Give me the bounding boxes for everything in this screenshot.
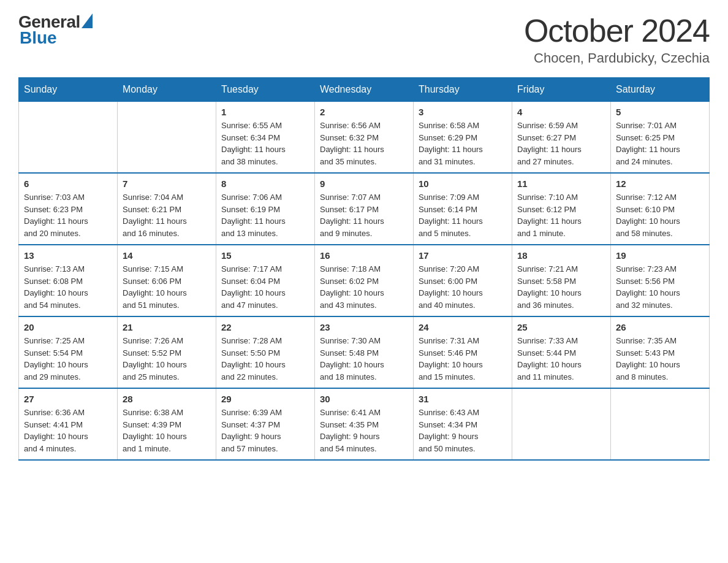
- day-info: Sunrise: 7:10 AM Sunset: 6:12 PM Dayligh…: [517, 191, 605, 239]
- day-info: Sunrise: 6:36 AM Sunset: 4:41 PM Dayligh…: [24, 407, 112, 454]
- day-number: 5: [616, 107, 704, 117]
- calendar-cell: 27Sunrise: 6:36 AM Sunset: 4:41 PM Dayli…: [19, 388, 118, 460]
- header-day-friday: Friday: [512, 78, 611, 102]
- day-number: 1: [221, 107, 309, 117]
- calendar-cell: 31Sunrise: 6:43 AM Sunset: 4:34 PM Dayli…: [414, 388, 512, 460]
- calendar-cell: 6Sunrise: 7:03 AM Sunset: 6:23 PM Daylig…: [19, 173, 118, 245]
- calendar-cell: 29Sunrise: 6:39 AM Sunset: 4:37 PM Dayli…: [216, 388, 315, 460]
- header-day-sunday: Sunday: [19, 78, 118, 102]
- calendar-cell: [512, 388, 611, 460]
- calendar-cell: 12Sunrise: 7:12 AM Sunset: 6:10 PM Dayli…: [611, 173, 710, 245]
- calendar-cell: 19Sunrise: 7:23 AM Sunset: 5:56 PM Dayli…: [611, 245, 710, 316]
- calendar-cell: 28Sunrise: 6:38 AM Sunset: 4:39 PM Dayli…: [118, 388, 216, 460]
- calendar-cell: 16Sunrise: 7:18 AM Sunset: 6:02 PM Dayli…: [315, 245, 414, 316]
- logo-triangle-icon: [82, 13, 93, 31]
- day-info: Sunrise: 6:43 AM Sunset: 4:34 PM Dayligh…: [419, 407, 507, 454]
- calendar-cell: 14Sunrise: 7:15 AM Sunset: 6:06 PM Dayli…: [118, 245, 216, 316]
- title-block: October 2024 Chocen, Pardubicky, Czechia: [524, 12, 710, 66]
- calendar-cell: 11Sunrise: 7:10 AM Sunset: 6:12 PM Dayli…: [512, 173, 611, 245]
- day-number: 25: [517, 322, 605, 332]
- calendar-cell: 25Sunrise: 7:33 AM Sunset: 5:44 PM Dayli…: [512, 316, 611, 388]
- day-info: Sunrise: 7:26 AM Sunset: 5:52 PM Dayligh…: [123, 335, 211, 383]
- day-number: 2: [320, 107, 408, 117]
- week-row-1: 1Sunrise: 6:55 AM Sunset: 6:34 PM Daylig…: [19, 102, 710, 174]
- svg-marker-0: [82, 13, 93, 28]
- day-number: 27: [24, 394, 112, 404]
- calendar-cell: 7Sunrise: 7:04 AM Sunset: 6:21 PM Daylig…: [118, 173, 216, 245]
- day-info: Sunrise: 7:07 AM Sunset: 6:17 PM Dayligh…: [320, 191, 408, 239]
- calendar-cell: 10Sunrise: 7:09 AM Sunset: 6:14 PM Dayli…: [414, 173, 512, 245]
- day-info: Sunrise: 6:38 AM Sunset: 4:39 PM Dayligh…: [123, 407, 211, 454]
- calendar-cell: 23Sunrise: 7:30 AM Sunset: 5:48 PM Dayli…: [315, 316, 414, 388]
- day-info: Sunrise: 7:33 AM Sunset: 5:44 PM Dayligh…: [517, 335, 605, 383]
- day-number: 28: [123, 394, 211, 404]
- day-info: Sunrise: 6:56 AM Sunset: 6:32 PM Dayligh…: [320, 120, 408, 167]
- day-info: Sunrise: 7:15 AM Sunset: 6:06 PM Dayligh…: [123, 263, 211, 311]
- day-info: Sunrise: 7:25 AM Sunset: 5:54 PM Dayligh…: [24, 335, 112, 383]
- day-info: Sunrise: 7:09 AM Sunset: 6:14 PM Dayligh…: [419, 191, 507, 239]
- header-day-saturday: Saturday: [611, 78, 710, 102]
- page-header: General Blue October 2024 Chocen, Pardub…: [18, 12, 710, 66]
- page-title: October 2024: [524, 12, 710, 49]
- day-info: Sunrise: 6:58 AM Sunset: 6:29 PM Dayligh…: [419, 120, 507, 167]
- day-number: 29: [221, 394, 309, 404]
- logo: General Blue: [18, 12, 93, 48]
- day-info: Sunrise: 6:55 AM Sunset: 6:34 PM Dayligh…: [221, 120, 309, 167]
- calendar-cell: 5Sunrise: 7:01 AM Sunset: 6:25 PM Daylig…: [611, 102, 710, 174]
- header-day-thursday: Thursday: [414, 78, 512, 102]
- day-number: 12: [616, 178, 704, 189]
- day-number: 9: [320, 178, 408, 189]
- day-number: 22: [221, 322, 309, 332]
- day-number: 20: [24, 322, 112, 332]
- day-info: Sunrise: 7:30 AM Sunset: 5:48 PM Dayligh…: [320, 335, 408, 383]
- day-info: Sunrise: 7:01 AM Sunset: 6:25 PM Dayligh…: [616, 120, 704, 167]
- day-number: 31: [419, 394, 507, 404]
- calendar-cell: 1Sunrise: 6:55 AM Sunset: 6:34 PM Daylig…: [216, 102, 315, 174]
- calendar-cell: 22Sunrise: 7:28 AM Sunset: 5:50 PM Dayli…: [216, 316, 315, 388]
- calendar-cell: 17Sunrise: 7:20 AM Sunset: 6:00 PM Dayli…: [414, 245, 512, 316]
- day-info: Sunrise: 6:41 AM Sunset: 4:35 PM Dayligh…: [320, 407, 408, 454]
- calendar-cell: [611, 388, 710, 460]
- calendar-cell: 9Sunrise: 7:07 AM Sunset: 6:17 PM Daylig…: [315, 173, 414, 245]
- header-row: SundayMondayTuesdayWednesdayThursdayFrid…: [19, 78, 710, 102]
- day-info: Sunrise: 7:23 AM Sunset: 5:56 PM Dayligh…: [616, 263, 704, 311]
- day-info: Sunrise: 7:03 AM Sunset: 6:23 PM Dayligh…: [24, 191, 112, 239]
- day-info: Sunrise: 7:31 AM Sunset: 5:46 PM Dayligh…: [419, 335, 507, 383]
- day-number: 24: [419, 322, 507, 332]
- calendar-header: SundayMondayTuesdayWednesdayThursdayFrid…: [19, 78, 710, 102]
- header-day-tuesday: Tuesday: [216, 78, 315, 102]
- day-number: 14: [123, 250, 211, 261]
- day-info: Sunrise: 6:39 AM Sunset: 4:37 PM Dayligh…: [221, 407, 309, 454]
- day-info: Sunrise: 7:28 AM Sunset: 5:50 PM Dayligh…: [221, 335, 309, 383]
- calendar-cell: 2Sunrise: 6:56 AM Sunset: 6:32 PM Daylig…: [315, 102, 414, 174]
- day-number: 10: [419, 178, 507, 189]
- week-row-3: 13Sunrise: 7:13 AM Sunset: 6:08 PM Dayli…: [19, 245, 710, 316]
- day-number: 23: [320, 322, 408, 332]
- day-info: Sunrise: 7:21 AM Sunset: 5:58 PM Dayligh…: [517, 263, 605, 311]
- header-day-wednesday: Wednesday: [315, 78, 414, 102]
- day-number: 30: [320, 394, 408, 404]
- day-info: Sunrise: 7:04 AM Sunset: 6:21 PM Dayligh…: [123, 191, 211, 239]
- calendar-cell: 13Sunrise: 7:13 AM Sunset: 6:08 PM Dayli…: [19, 245, 118, 316]
- day-info: Sunrise: 6:59 AM Sunset: 6:27 PM Dayligh…: [517, 120, 605, 167]
- day-number: 21: [123, 322, 211, 332]
- day-number: 18: [517, 250, 605, 261]
- calendar-cell: 20Sunrise: 7:25 AM Sunset: 5:54 PM Dayli…: [19, 316, 118, 388]
- calendar-cell: [118, 102, 216, 174]
- calendar-body: 1Sunrise: 6:55 AM Sunset: 6:34 PM Daylig…: [19, 102, 710, 461]
- day-number: 4: [517, 107, 605, 117]
- calendar-cell: 24Sunrise: 7:31 AM Sunset: 5:46 PM Dayli…: [414, 316, 512, 388]
- day-info: Sunrise: 7:18 AM Sunset: 6:02 PM Dayligh…: [320, 263, 408, 311]
- day-number: 16: [320, 250, 408, 261]
- day-info: Sunrise: 7:13 AM Sunset: 6:08 PM Dayligh…: [24, 263, 112, 311]
- calendar-cell: 30Sunrise: 6:41 AM Sunset: 4:35 PM Dayli…: [315, 388, 414, 460]
- calendar-cell: 18Sunrise: 7:21 AM Sunset: 5:58 PM Dayli…: [512, 245, 611, 316]
- day-info: Sunrise: 7:12 AM Sunset: 6:10 PM Dayligh…: [616, 191, 704, 239]
- calendar-cell: 3Sunrise: 6:58 AM Sunset: 6:29 PM Daylig…: [414, 102, 512, 174]
- calendar-cell: 21Sunrise: 7:26 AM Sunset: 5:52 PM Dayli…: [118, 316, 216, 388]
- calendar-cell: 8Sunrise: 7:06 AM Sunset: 6:19 PM Daylig…: [216, 173, 315, 245]
- week-row-5: 27Sunrise: 6:36 AM Sunset: 4:41 PM Dayli…: [19, 388, 710, 460]
- day-number: 15: [221, 250, 309, 261]
- calendar-cell: 26Sunrise: 7:35 AM Sunset: 5:43 PM Dayli…: [611, 316, 710, 388]
- calendar-cell: 4Sunrise: 6:59 AM Sunset: 6:27 PM Daylig…: [512, 102, 611, 174]
